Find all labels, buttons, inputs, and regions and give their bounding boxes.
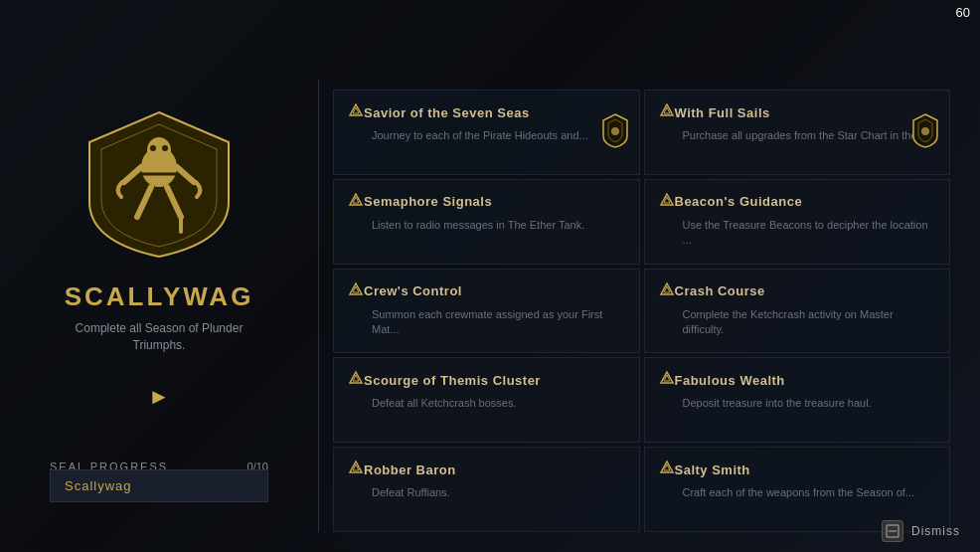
triumph-icon — [348, 370, 364, 390]
triumph-card[interactable]: Crew's ControlSummon each crewmate assig… — [333, 269, 640, 354]
left-panel: SCALLYWAG Complete all Season of Plunder… — [0, 0, 318, 552]
triumph-desc: Use the Treasure Beacons to decipher the… — [659, 218, 936, 249]
svg-point-15 — [921, 127, 929, 135]
triumph-name: Semaphore Signals — [364, 194, 492, 209]
triumph-desc: Purchase all upgrades from the Star Char… — [659, 128, 936, 143]
triumph-desc: Deposit treasure into the treasure haul. — [659, 396, 936, 411]
dismiss-label[interactable]: Dismiss — [911, 524, 960, 538]
triumph-card[interactable]: With Full SailsPurchase all upgrades fro… — [644, 90, 951, 175]
seal-name-input[interactable]: Scallywag — [50, 469, 268, 502]
triumph-card[interactable]: Fabulous WealthDeposit treasure into the… — [644, 357, 951, 443]
triumph-name: Fabulous Wealth — [675, 373, 785, 388]
triumph-name: Robber Baron — [364, 462, 456, 477]
svg-point-7 — [150, 145, 156, 151]
triumph-icon — [348, 281, 364, 301]
triumph-desc: Summon each crewmate assigned as your Fi… — [348, 307, 625, 338]
triumph-icon — [659, 281, 675, 301]
seal-emblem — [80, 102, 239, 262]
fps-counter: 60 — [956, 5, 970, 20]
triumph-name: Crew's Control — [364, 283, 462, 298]
svg-point-12 — [611, 127, 619, 135]
triumph-card[interactable]: Scourge of Themis ClusterDefeat all Ketc… — [333, 357, 640, 443]
svg-point-1 — [147, 137, 171, 163]
triumph-icon — [659, 192, 675, 212]
triumph-desc: Defeat Ruffians. — [348, 485, 625, 500]
triumph-name: With Full Sails — [675, 105, 770, 120]
seal-title: SCALLYWAG — [65, 281, 254, 312]
bottom-bar: Dismiss — [882, 520, 960, 542]
svg-point-8 — [162, 145, 168, 151]
triumph-desc: Journey to each of the Pirate Hideouts a… — [348, 128, 625, 143]
next-arrow[interactable]: ► — [148, 384, 170, 410]
triumph-desc: Complete the Ketchcrash activity on Mast… — [659, 307, 936, 338]
triumph-name: Scourge of Themis Cluster — [364, 373, 541, 388]
triumph-icon — [659, 460, 675, 479]
dismiss-icon — [882, 520, 903, 542]
triumph-icon — [348, 192, 364, 212]
triumph-card[interactable]: Semaphore SignalsListen to radio message… — [333, 179, 640, 265]
triumph-name: Crash Course — [675, 283, 765, 298]
triumph-card[interactable]: Savior of the Seven SeasJourney to each … — [333, 90, 640, 175]
triumph-name: Savior of the Seven Seas — [364, 105, 530, 120]
triumph-icon — [659, 102, 675, 122]
triumph-name: Salty Smith — [675, 462, 750, 477]
panel-divider — [318, 80, 319, 532]
triumph-card[interactable]: Beacon's GuidanceUse the Treasure Beacon… — [644, 179, 951, 265]
triumph-badge — [601, 112, 629, 152]
triumph-name: Beacon's Guidance — [675, 194, 803, 209]
triumph-icon — [659, 370, 675, 390]
triumph-desc: Listen to radio messages in The Ether Ta… — [348, 218, 625, 233]
triumph-icon — [348, 102, 364, 122]
triumph-card[interactable]: Robber BaronDefeat Ruffians. — [333, 447, 640, 532]
triumph-desc: Craft each of the weapons from the Seaso… — [659, 485, 936, 500]
triumph-desc: Defeat all Ketchcrash bosses. — [348, 396, 625, 411]
triumph-badge — [911, 112, 939, 152]
triumphs-grid: Savior of the Seven SeasJourney to each … — [333, 90, 950, 532]
triumph-icon — [348, 460, 364, 479]
triumph-card[interactable]: Crash CourseComplete the Ketchcrash acti… — [644, 269, 951, 354]
seal-subtitle: Complete all Season of Plunder Triumphs. — [60, 320, 258, 354]
